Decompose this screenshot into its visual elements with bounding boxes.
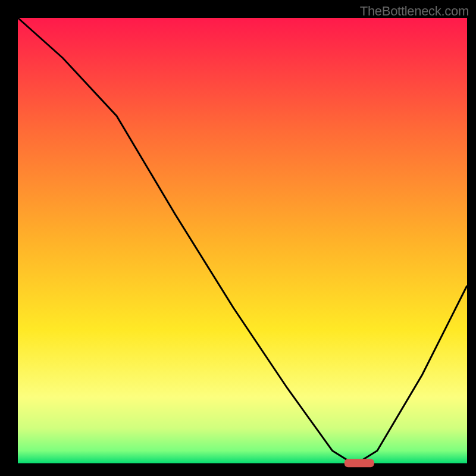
chart-svg	[0, 0, 476, 476]
plot-background	[18, 18, 467, 464]
bottleneck-chart: TheBottleneck.com	[0, 0, 476, 476]
min-marker	[345, 459, 374, 467]
watermark-text: TheBottleneck.com	[360, 4, 469, 19]
